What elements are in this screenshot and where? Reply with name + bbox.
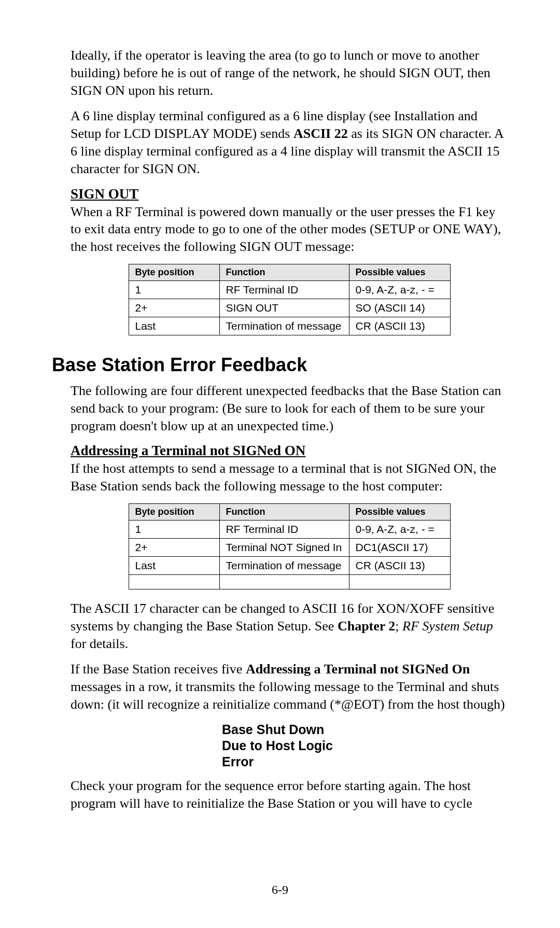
cell: SO (ASCII 14): [349, 299, 450, 317]
paragraph-signout: When a RF Terminal is powered down manua…: [71, 203, 508, 256]
cell: [129, 574, 219, 589]
cell: 2+: [129, 538, 219, 556]
paragraph-addressing: If the host attempts to send a message t…: [71, 460, 508, 495]
table-row-empty: [129, 574, 450, 589]
cell: RF Terminal ID: [219, 280, 349, 299]
table-row: Last Termination of message CR (ASCII 13…: [129, 556, 450, 574]
heading-signout: SIGN OUT: [71, 186, 508, 202]
page-number: 6-9: [0, 883, 560, 897]
text: Base Shut Down: [222, 722, 357, 738]
heading-base-station: Base Station Error Feedback: [52, 354, 508, 376]
cell: Terminal NOT Signed In: [219, 538, 349, 556]
text: ;: [395, 618, 402, 634]
text: Error: [222, 754, 357, 770]
cell: 1: [129, 520, 219, 538]
cell: RF Terminal ID: [219, 520, 349, 538]
text: If the Base Station receives five: [71, 662, 246, 677]
cell: DC1(ASCII 17): [349, 538, 450, 556]
th-byte: Byte position: [129, 503, 219, 520]
cell: Last: [129, 317, 219, 335]
cell: SIGN OUT: [219, 299, 349, 317]
text-bold: Chapter 2: [338, 618, 395, 634]
cell: 2+: [129, 299, 219, 317]
cell: Termination of message: [219, 317, 349, 335]
cell: Termination of message: [219, 556, 349, 574]
table-row: Last Termination of message CR (ASCII 13…: [129, 317, 450, 335]
table-row: 2+ SIGN OUT SO (ASCII 14): [129, 299, 450, 317]
cell: 0-9, A-Z, a-z, - =: [349, 280, 450, 299]
text-bold: ASCII 22: [293, 126, 348, 141]
paragraph-check: Check your program for the sequence erro…: [71, 777, 508, 812]
paragraph-bsef: The following are four different unexpec…: [71, 382, 508, 434]
paragraph-ascii22: A 6 line display terminal configured as …: [71, 107, 508, 177]
cell: [349, 574, 450, 589]
text: for details.: [71, 636, 128, 651]
cell: 1: [129, 280, 219, 299]
cell: 0-9, A-Z, a-z, - =: [349, 520, 450, 538]
cell: CR (ASCII 13): [349, 556, 450, 574]
cell: CR (ASCII 13): [349, 317, 450, 335]
cell: [219, 574, 349, 589]
th-val: Possible values: [349, 264, 450, 280]
table-row: 2+ Terminal NOT Signed In DC1(ASCII 17): [129, 538, 450, 556]
th-func: Function: [219, 503, 349, 520]
heading-addressing: Addressing a Terminal not SIGNed ON: [71, 443, 508, 459]
th-val: Possible values: [349, 503, 450, 520]
text-italic: RF System Setup: [402, 618, 493, 634]
table-row: 1 RF Terminal ID 0-9, A-Z, a-z, - =: [129, 520, 450, 538]
th-func: Function: [219, 264, 349, 280]
table-addressing: Byte position Function Possible values 1…: [129, 503, 451, 589]
cell: Last: [129, 556, 219, 574]
table-signout: Byte position Function Possible values 1…: [129, 264, 451, 335]
text: messages in a row, it transmits the foll…: [71, 679, 505, 712]
paragraph-ascii17: The ASCII 17 character can be changed to…: [71, 600, 508, 652]
th-byte: Byte position: [129, 264, 219, 280]
text: Due to Host Logic: [222, 738, 357, 754]
paragraph-ideal: Ideally, if the operator is leaving the …: [71, 47, 508, 99]
shutdown-message: Base Shut Down Due to Host Logic Error: [222, 722, 357, 770]
text-bold: Addressing a Terminal not SIGNed On: [246, 662, 470, 677]
paragraph-five: If the Base Station receives five Addres…: [71, 660, 508, 713]
table-row: 1 RF Terminal ID 0-9, A-Z, a-z, - =: [129, 280, 450, 299]
